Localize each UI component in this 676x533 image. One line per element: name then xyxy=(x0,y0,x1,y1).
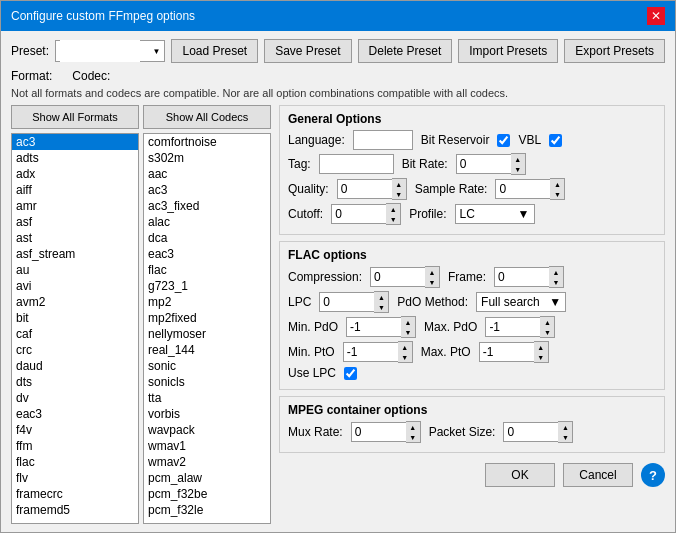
codec-list-item[interactable]: ac3 xyxy=(144,182,270,198)
language-input[interactable] xyxy=(353,130,413,150)
quality-input[interactable] xyxy=(337,179,392,199)
delete-preset-button[interactable]: Delete Preset xyxy=(358,39,453,63)
max-pto-up-button[interactable]: ▲ xyxy=(534,342,548,352)
compression-down-button[interactable]: ▼ xyxy=(425,277,439,287)
format-list-item[interactable]: dv xyxy=(12,390,138,406)
cutoff-input[interactable] xyxy=(331,204,386,224)
min-pto-down-button[interactable]: ▼ xyxy=(398,352,412,362)
packet-size-up-button[interactable]: ▲ xyxy=(558,422,572,432)
format-list-item[interactable]: aiff xyxy=(12,182,138,198)
max-pdo-up-button[interactable]: ▲ xyxy=(540,317,554,327)
max-pdo-input[interactable] xyxy=(485,317,540,337)
profile-select[interactable]: LC ▼ xyxy=(455,204,535,224)
codec-list-item[interactable]: wavpack xyxy=(144,422,270,438)
tag-input[interactable] xyxy=(319,154,394,174)
format-list-item[interactable]: amr xyxy=(12,198,138,214)
load-preset-button[interactable]: Load Preset xyxy=(171,39,258,63)
packet-size-input[interactable] xyxy=(503,422,558,442)
format-list-item[interactable]: avi xyxy=(12,278,138,294)
format-list-item[interactable]: bit xyxy=(12,310,138,326)
format-list-item[interactable]: au xyxy=(12,262,138,278)
codec-list-item[interactable]: mp2fixed xyxy=(144,310,270,326)
vbl-checkbox[interactable] xyxy=(549,134,562,147)
bit-rate-up-button[interactable]: ▲ xyxy=(511,154,525,164)
codec-list-item[interactable]: real_144 xyxy=(144,342,270,358)
format-list-item[interactable]: ast xyxy=(12,230,138,246)
format-list-item[interactable]: ac3 xyxy=(12,134,138,150)
quality-down-button[interactable]: ▼ xyxy=(392,189,406,199)
codec-list-item[interactable]: s302m xyxy=(144,150,270,166)
format-list-item[interactable]: framemd5 xyxy=(12,502,138,518)
preset-combo[interactable]: ▼ xyxy=(55,40,165,62)
format-list-item[interactable]: framecrc xyxy=(12,486,138,502)
mux-rate-down-button[interactable]: ▼ xyxy=(406,432,420,442)
codec-list-item[interactable]: ac3_fixed xyxy=(144,198,270,214)
codec-list-item[interactable]: pcm_f32be xyxy=(144,486,270,502)
format-list-item[interactable]: f4v xyxy=(12,422,138,438)
bit-rate-input[interactable] xyxy=(456,154,511,174)
frame-down-button[interactable]: ▼ xyxy=(549,277,563,287)
format-list-item[interactable]: adts xyxy=(12,150,138,166)
bit-reservoir-checkbox[interactable] xyxy=(497,134,510,147)
codec-list-item[interactable]: pcm_alaw xyxy=(144,470,270,486)
codec-list-item[interactable]: wmav2 xyxy=(144,454,270,470)
help-button[interactable]: ? xyxy=(641,463,665,487)
min-pto-up-button[interactable]: ▲ xyxy=(398,342,412,352)
format-list-item[interactable]: caf xyxy=(12,326,138,342)
format-list-item[interactable]: daud xyxy=(12,358,138,374)
lpc-up-button[interactable]: ▲ xyxy=(374,292,388,302)
cancel-button[interactable]: Cancel xyxy=(563,463,633,487)
compression-up-button[interactable]: ▲ xyxy=(425,267,439,277)
min-pdo-up-button[interactable]: ▲ xyxy=(401,317,415,327)
pdo-method-select[interactable]: Full search ▼ xyxy=(476,292,566,312)
format-list-item[interactable]: flv xyxy=(12,470,138,486)
codec-list-item[interactable]: pcm_f32le xyxy=(144,502,270,518)
packet-size-down-button[interactable]: ▼ xyxy=(558,432,572,442)
sample-rate-down-button[interactable]: ▼ xyxy=(550,189,564,199)
export-presets-button[interactable]: Export Presets xyxy=(564,39,665,63)
codec-list-item[interactable]: tta xyxy=(144,390,270,406)
format-list-item[interactable]: asf_stream xyxy=(12,246,138,262)
codec-list-item[interactable]: aac xyxy=(144,166,270,182)
cutoff-down-button[interactable]: ▼ xyxy=(386,214,400,224)
codec-list-item[interactable]: sonic xyxy=(144,358,270,374)
codec-list-item[interactable]: vorbis xyxy=(144,406,270,422)
format-list-item[interactable]: adx xyxy=(12,166,138,182)
min-pto-input[interactable] xyxy=(343,342,398,362)
preset-input[interactable] xyxy=(60,40,140,62)
codec-list-item[interactable]: flac xyxy=(144,262,270,278)
show-all-formats-button[interactable]: Show All Formats xyxy=(11,105,139,129)
codec-list-item[interactable]: eac3 xyxy=(144,246,270,262)
min-pdo-input[interactable] xyxy=(346,317,401,337)
import-presets-button[interactable]: Import Presets xyxy=(458,39,558,63)
codec-list-item[interactable]: dca xyxy=(144,230,270,246)
format-list[interactable]: ac3adtsadxaiffamrasfastasf_streamauaviav… xyxy=(11,133,139,524)
codec-list-item[interactable]: sonicls xyxy=(144,374,270,390)
frame-up-button[interactable]: ▲ xyxy=(549,267,563,277)
compression-input[interactable] xyxy=(370,267,425,287)
codec-list-item[interactable]: g723_1 xyxy=(144,278,270,294)
codec-list-item[interactable]: nellymoser xyxy=(144,326,270,342)
format-list-item[interactable]: eac3 xyxy=(12,406,138,422)
codec-list-item[interactable]: alac xyxy=(144,214,270,230)
show-all-codecs-button[interactable]: Show All Codecs xyxy=(143,105,271,129)
codec-list-item[interactable]: wmav1 xyxy=(144,438,270,454)
bit-rate-down-button[interactable]: ▼ xyxy=(511,164,525,174)
cutoff-up-button[interactable]: ▲ xyxy=(386,204,400,214)
lpc-down-button[interactable]: ▼ xyxy=(374,302,388,312)
close-button[interactable]: ✕ xyxy=(647,7,665,25)
format-list-item[interactable]: ffm xyxy=(12,438,138,454)
sample-rate-up-button[interactable]: ▲ xyxy=(550,179,564,189)
use-lpc-checkbox[interactable] xyxy=(344,367,357,380)
save-preset-button[interactable]: Save Preset xyxy=(264,39,351,63)
lpc-input[interactable] xyxy=(319,292,374,312)
format-list-item[interactable]: flac xyxy=(12,454,138,470)
max-pdo-down-button[interactable]: ▼ xyxy=(540,327,554,337)
codec-list[interactable]: comfortnoises302maacac3ac3_fixedalacdcae… xyxy=(143,133,271,524)
frame-input[interactable] xyxy=(494,267,549,287)
sample-rate-input[interactable] xyxy=(495,179,550,199)
format-list-item[interactable]: asf xyxy=(12,214,138,230)
quality-up-button[interactable]: ▲ xyxy=(392,179,406,189)
codec-list-item[interactable]: comfortnoise xyxy=(144,134,270,150)
format-list-item[interactable]: crc xyxy=(12,342,138,358)
